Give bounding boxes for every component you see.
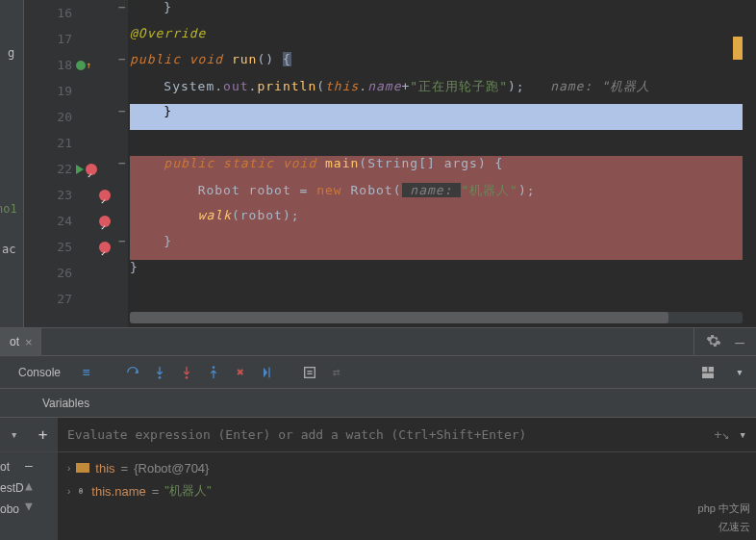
left-edge-text: no1 <box>0 202 17 216</box>
frame-item[interactable]: estD <box>0 477 27 499</box>
minimize-icon[interactable]: — <box>735 333 744 351</box>
chevron-down-icon[interactable]: ▾ <box>11 427 18 442</box>
svg-rect-8 <box>709 367 714 372</box>
dropdown-icon[interactable]: ▾ <box>729 362 750 383</box>
variables-header: Variables <box>0 389 756 418</box>
code-line: } <box>130 234 172 248</box>
tab-spacer <box>40 328 695 355</box>
step-out-icon[interactable] <box>203 362 224 383</box>
code-line: walk(robot); <box>130 208 300 222</box>
debug-tab[interactable]: ot × <box>0 328 40 355</box>
debug-toolbar: Console ≡ ✖ ⇄ ▾ <box>0 356 756 389</box>
variables-label: Variables <box>42 397 89 410</box>
code-editor[interactable]: 16 17 18 ↑ 19 20 21 22 23 24 25 26 27 − … <box>24 0 756 327</box>
trace-icon[interactable]: ⇄ <box>326 362 347 383</box>
scrollbar-thumb[interactable] <box>130 312 668 323</box>
fold-icon[interactable]: − <box>116 104 128 118</box>
watermark-text: 亿速云 <box>718 520 750 534</box>
add-icon[interactable]: + <box>38 425 48 444</box>
left-edge-text: g <box>8 46 14 60</box>
watch-dropdown-icon[interactable]: ▾ <box>739 427 746 442</box>
tab-actions: — <box>694 333 756 351</box>
fold-icon[interactable]: − <box>116 156 128 170</box>
variable-row[interactable]: › ⚭ this.name = "机器人" <box>67 479 212 502</box>
line-number: 17 <box>24 26 72 52</box>
error-stripe-marker[interactable] <box>733 37 743 60</box>
var-eq: = <box>121 461 129 476</box>
evaluate-icon[interactable] <box>299 362 320 383</box>
line-number: 25 <box>24 234 72 260</box>
svg-rect-9 <box>702 373 714 377</box>
breakpoint-icon[interactable] <box>99 216 111 227</box>
breakpoint-icon[interactable] <box>86 164 97 175</box>
svg-rect-4 <box>305 367 315 377</box>
line-number: 23 <box>24 182 72 208</box>
add-watch-icon[interactable]: +↘ <box>715 427 730 442</box>
execution-line-highlight <box>130 104 743 130</box>
fold-icon[interactable]: − <box>116 234 128 248</box>
code-content[interactable]: − − − − − } @Override public void run() … <box>116 0 756 327</box>
horizontal-scrollbar[interactable] <box>130 312 743 323</box>
watermark: php 中文网 亿速云 <box>660 496 756 540</box>
left-edge-text: ac <box>2 243 15 256</box>
console-tab[interactable]: Console <box>6 361 73 384</box>
project-panel-edge: g no1 ac <box>0 0 24 327</box>
step-into-icon[interactable] <box>149 362 170 383</box>
var-name: this.name <box>91 484 145 499</box>
line-number: 20 <box>24 104 72 130</box>
fold-icon[interactable]: − <box>116 0 128 14</box>
chevron-right-icon[interactable]: › <box>67 463 70 474</box>
evaluate-input[interactable] <box>58 427 715 442</box>
code-line: @Override <box>130 26 206 40</box>
line-number: 24 <box>24 208 72 234</box>
code-line: System.out.println(this.name+"正在用轮子跑"); … <box>130 78 650 95</box>
run-to-cursor-icon[interactable] <box>257 362 278 383</box>
code-line: public void run() { <box>130 52 291 66</box>
object-icon <box>76 463 89 473</box>
svg-rect-3 <box>268 367 269 377</box>
editor-gutter: 16 17 18 ↑ 19 20 21 22 23 24 25 26 27 <box>24 0 116 327</box>
watermark-text: php 中文网 <box>698 501 750 516</box>
svg-rect-7 <box>702 367 707 372</box>
line-number: 19 <box>24 78 72 104</box>
override-icon[interactable]: ↑ <box>86 52 91 78</box>
line-number: 22 <box>24 156 72 182</box>
drop-frame-icon[interactable]: ✖ <box>230 362 251 383</box>
run-icon[interactable] <box>76 165 84 174</box>
layout-icon[interactable] <box>697 362 718 383</box>
code-line: } <box>130 0 172 14</box>
code-line: Robot robot = new Robot( name: "机器人"); <box>130 182 536 199</box>
watch-side-controls: ▾ + <box>0 418 58 451</box>
frames-list-edge: ot estD obo <box>0 456 27 520</box>
svg-point-1 <box>186 376 189 379</box>
fold-icon[interactable]: − <box>116 52 128 66</box>
var-name: this <box>95 461 114 476</box>
force-step-into-icon[interactable] <box>176 362 197 383</box>
breakpoint-icon[interactable] <box>99 190 111 201</box>
var-eq: = <box>152 484 160 499</box>
close-icon[interactable]: × <box>25 335 33 349</box>
debug-tab-bar: ot × — <box>0 327 756 356</box>
code-line: } <box>130 260 139 274</box>
step-over-icon[interactable] <box>122 362 143 383</box>
chevron-right-icon[interactable]: › <box>67 486 70 497</box>
svg-point-0 <box>159 376 162 379</box>
tab-label: ot <box>10 335 19 348</box>
gear-icon[interactable] <box>706 333 721 351</box>
code-line: public static void main(String[] args) { <box>130 156 503 170</box>
reference-icon: ⚭ <box>74 486 88 496</box>
frame-item[interactable]: obo <box>0 499 27 520</box>
var-value: {Robot@704} <box>134 461 209 476</box>
breakpoint-icon[interactable] <box>99 242 111 253</box>
run-marker-icon[interactable] <box>76 61 86 70</box>
fold-column: − − − − − <box>116 0 128 327</box>
watch-input-row: ▾ + +↘ ▾ <box>0 418 756 452</box>
variables-tree[interactable]: — ▲ ▼ › this = {Robot@704} › ⚭ this.name… <box>0 452 756 540</box>
line-number: 18 <box>24 52 72 78</box>
line-number: 16 <box>24 0 72 26</box>
variable-row[interactable]: › this = {Robot@704} <box>67 456 209 479</box>
line-number: 26 <box>24 260 72 286</box>
threads-icon[interactable]: ≡ <box>76 362 97 383</box>
frame-item[interactable]: ot <box>0 456 27 477</box>
var-value: "机器人" <box>164 482 211 500</box>
